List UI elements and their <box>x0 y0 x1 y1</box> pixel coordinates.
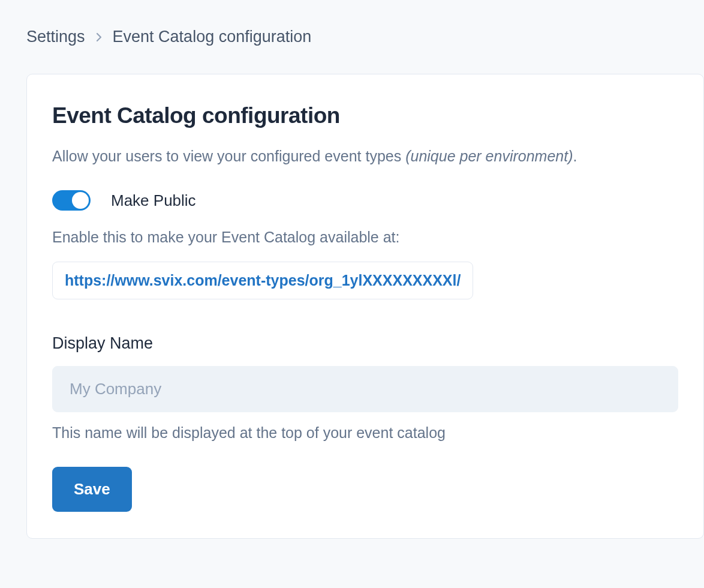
page-title: Event Catalog configuration <box>52 103 678 128</box>
catalog-url-link[interactable]: https://www.svix.com/event-types/org_1yl… <box>65 272 461 289</box>
page-description: Allow your users to view your configured… <box>52 148 678 165</box>
catalog-url-box: https://www.svix.com/event-types/org_1yl… <box>52 262 473 299</box>
make-public-label: Make Public <box>111 191 196 210</box>
settings-card: Event Catalog configuration Allow your u… <box>26 74 704 539</box>
save-button[interactable]: Save <box>52 467 132 512</box>
breadcrumb-current: Event Catalog configuration <box>113 28 312 46</box>
toggle-knob <box>72 192 89 209</box>
display-name-label: Display Name <box>52 334 678 353</box>
display-name-help: This name will be displayed at the top o… <box>52 424 678 442</box>
chevron-right-icon <box>96 32 102 42</box>
breadcrumb: Settings Event Catalog configuration <box>26 28 704 46</box>
make-public-row: Make Public <box>52 190 678 211</box>
make-public-toggle[interactable] <box>52 190 91 211</box>
breadcrumb-parent[interactable]: Settings <box>26 28 85 46</box>
display-name-input[interactable] <box>52 366 678 412</box>
enable-description: Enable this to make your Event Catalog a… <box>52 229 678 246</box>
